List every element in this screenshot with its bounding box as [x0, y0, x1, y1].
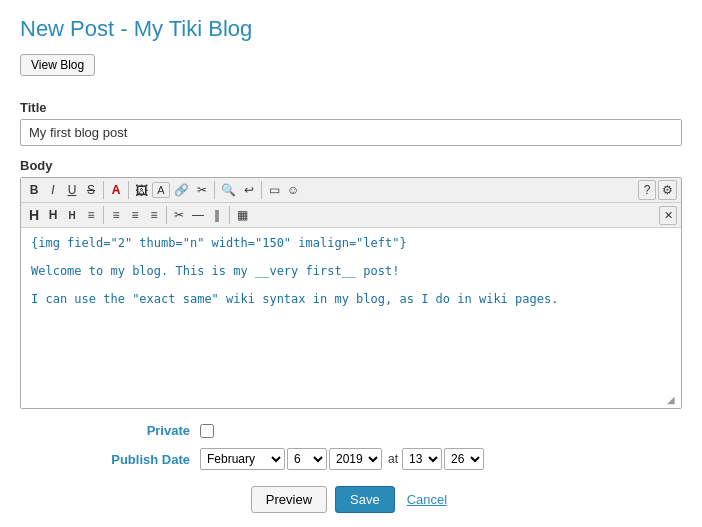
italic-button[interactable]: I — [44, 181, 62, 199]
body-label: Body — [20, 158, 682, 173]
h3-button[interactable]: H — [63, 208, 81, 223]
cancel-button[interactable]: Cancel — [403, 487, 451, 512]
indent-button[interactable]: ≡ — [145, 206, 163, 224]
hr-button[interactable]: ▭ — [265, 181, 283, 199]
publish-date-label: Publish Date — [80, 452, 190, 467]
resize-handle[interactable]: ◢ — [667, 394, 679, 406]
title-input[interactable] — [20, 119, 682, 146]
day-select[interactable]: 12345 678910 — [287, 448, 327, 470]
save-button[interactable]: Save — [335, 486, 395, 513]
year-select[interactable]: 2017201820192020 — [329, 448, 382, 470]
toolbar-separator-5 — [103, 206, 104, 224]
editor-body: {img field="2" thumb="n" width="150" ima… — [21, 228, 681, 408]
link-button[interactable]: 🔗 — [171, 181, 192, 199]
strikethrough-button[interactable]: S — [82, 181, 100, 199]
preview-button[interactable]: Preview — [251, 486, 327, 513]
hour-select[interactable]: 12131415 — [402, 448, 442, 470]
table-button[interactable]: ▦ — [233, 206, 251, 224]
title-label: Title — [20, 100, 682, 115]
minute-select[interactable]: 24252627 — [444, 448, 484, 470]
code-button[interactable]: ✂ — [170, 206, 188, 224]
buttons-row: Preview Save Cancel — [20, 486, 682, 513]
toolbar-row1: B I U S A 🖼 A 🔗 ✂ 🔍 ↩ ▭ ☺ ? ⚙ — [21, 178, 681, 203]
col-button[interactable]: ‖ — [208, 206, 226, 224]
toolbar-separator-1 — [103, 181, 104, 199]
toolbar-right-group: ? ⚙ — [638, 180, 677, 200]
ol-button[interactable]: ≡ — [126, 206, 144, 224]
fullscreen-button[interactable]: ✕ — [659, 206, 677, 225]
bold-button[interactable]: B — [25, 181, 43, 199]
month-select[interactable]: January February March April May June Ju… — [200, 448, 285, 470]
private-row: Private — [20, 423, 682, 438]
toolbar-separator-6 — [166, 206, 167, 224]
help-button[interactable]: ? — [638, 180, 656, 200]
private-checkbox[interactable] — [200, 424, 214, 438]
editor-container: B I U S A 🖼 A 🔗 ✂ 🔍 ↩ ▭ ☺ ? ⚙ H H H ≡ ≡ … — [20, 177, 682, 409]
publish-date-row: Publish Date January February March Apri… — [20, 448, 682, 470]
toolbar-row2: H H H ≡ ≡ ≡ ≡ ✂ — ‖ ▦ ✕ — [21, 203, 681, 228]
toolbar-separator-2 — [128, 181, 129, 199]
cut-button[interactable]: ✂ — [193, 181, 211, 199]
private-label: Private — [80, 423, 190, 438]
toolbar-separator-3 — [214, 181, 215, 199]
at-label: at — [388, 452, 398, 466]
underline-button[interactable]: U — [63, 181, 81, 199]
font-color-button[interactable]: A — [107, 181, 125, 199]
font-button[interactable]: A — [152, 182, 170, 198]
h2-button[interactable]: H — [44, 206, 62, 224]
h1-button[interactable]: H — [25, 205, 43, 225]
view-blog-button[interactable]: View Blog — [20, 54, 95, 76]
toolbar-separator-4 — [261, 181, 262, 199]
ul-button[interactable]: ≡ — [107, 206, 125, 224]
page-title: New Post - My Tiki Blog — [20, 16, 682, 42]
editor-textarea[interactable]: {img field="2" thumb="n" width="150" ima… — [21, 228, 681, 408]
toolbar-right-group2: ✕ — [659, 206, 677, 225]
undo-button[interactable]: ↩ — [240, 181, 258, 199]
image-button[interactable]: 🖼 — [132, 181, 151, 200]
settings-button[interactable]: ⚙ — [658, 180, 677, 200]
search-button[interactable]: 🔍 — [218, 181, 239, 199]
emoji-button[interactable]: ☺ — [284, 181, 302, 199]
toolbar-separator-7 — [229, 206, 230, 224]
align-button[interactable]: ≡ — [82, 206, 100, 224]
line-button[interactable]: — — [189, 206, 207, 224]
